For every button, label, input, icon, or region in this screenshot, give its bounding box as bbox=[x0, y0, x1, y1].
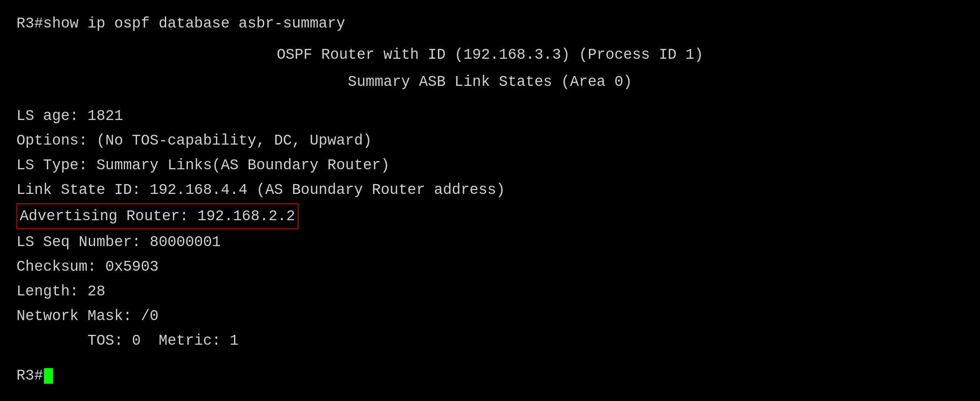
link-state-id-line: Link State ID: 192.168.4.4 (AS Boundary … bbox=[16, 179, 964, 202]
advertising-router-line: Advertising Router: 192.168.2.2 bbox=[16, 203, 299, 230]
length-line: Length: 28 bbox=[16, 280, 964, 303]
ospf-section-title: Summary ASB Link States (Area 0) bbox=[16, 71, 964, 94]
ospf-router-id: OSPF Router with ID (192.168.3.3) (Proce… bbox=[16, 44, 964, 67]
ospf-header: OSPF Router with ID (192.168.3.3) (Proce… bbox=[16, 44, 964, 67]
ls-age-line: LS age: 1821 bbox=[16, 105, 964, 128]
ls-seq-line: LS Seq Number: 80000001 bbox=[16, 231, 964, 254]
ls-type-line: LS Type: Summary Links(AS Boundary Route… bbox=[16, 154, 964, 177]
advertising-router-row: Advertising Router: 192.168.2.2 bbox=[16, 203, 964, 230]
prompt-text: R3# bbox=[16, 364, 43, 387]
prompt-line: R3# bbox=[16, 364, 964, 387]
network-mask-line: Network Mask: /0 bbox=[16, 305, 964, 328]
tos-metric-line: TOS: 0 Metric: 1 bbox=[16, 330, 964, 353]
command-line: R3#show ip ospf database asbr-summary bbox=[16, 12, 964, 35]
command-text: R3#show ip ospf database asbr-summary bbox=[16, 15, 345, 32]
summary-asb-title: Summary ASB Link States (Area 0) bbox=[16, 71, 964, 94]
details-section: LS age: 1821 Options: (No TOS-capability… bbox=[16, 105, 964, 352]
cursor-block bbox=[44, 368, 53, 384]
terminal-window: R3#show ip ospf database asbr-summary OS… bbox=[16, 12, 964, 387]
checksum-line: Checksum: 0x5903 bbox=[16, 256, 964, 279]
options-line: Options: (No TOS-capability, DC, Upward) bbox=[16, 129, 964, 152]
